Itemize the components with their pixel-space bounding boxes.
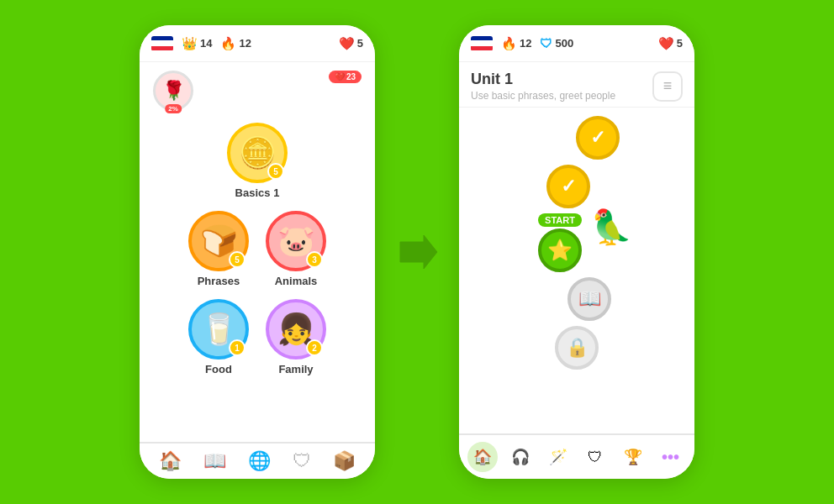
- right-more-icon: •••: [662, 448, 679, 467]
- avatar[interactable]: 🌹 2%: [153, 71, 193, 111]
- arrow-icon: [395, 230, 439, 274]
- family-circle[interactable]: 👧 2: [266, 299, 326, 360]
- heart-stat: ❤️ 5: [339, 36, 363, 51]
- right-nav-listen[interactable]: 🎧: [505, 442, 536, 472]
- notes-button[interactable]: ≡: [652, 71, 683, 102]
- left-top-bar: 👑 14 🔥 12 ❤️ 5: [140, 25, 375, 62]
- svg-marker-0: [400, 235, 437, 269]
- right-home-icon: 🏠: [473, 448, 492, 466]
- phrases-badge: 5: [229, 251, 245, 268]
- fire-stat: 🔥 12: [220, 36, 251, 51]
- nav-league[interactable]: 🛡: [293, 450, 311, 472]
- right-shield-value: 500: [555, 37, 573, 50]
- nav-explore[interactable]: 🌐: [248, 450, 271, 472]
- nav-shop[interactable]: 📦: [333, 450, 356, 472]
- nav-learn[interactable]: 📖: [203, 450, 226, 472]
- notes-icon: ≡: [663, 77, 673, 95]
- right-shield-stat: 🛡 500: [540, 36, 573, 50]
- left-content: 🌹 2% 💔 23 🪙 5 Basics 1: [140, 62, 375, 442]
- left-bottom-nav: 🏠 📖 🌐 🛡 📦: [140, 442, 375, 479]
- animals-badge: 3: [306, 251, 323, 268]
- path-nodes: ✓ ✓ START ⭐ 🦜: [459, 116, 694, 375]
- right-fire-icon: 🔥: [501, 36, 517, 51]
- right-nav-league[interactable]: 🛡: [580, 442, 610, 472]
- start-label: START: [538, 213, 582, 227]
- lesson-row-1: 🍞 5 Phrases 🐷 3 Animals: [188, 211, 326, 287]
- node-4-circle[interactable]: 📖: [567, 277, 611, 321]
- phrases-label: Phrases: [198, 275, 240, 287]
- lesson-row-2: 🥛 1 Food 👧 2 Family: [188, 299, 326, 375]
- node-3-icon: ⭐: [547, 239, 573, 262]
- right-top-bar: 🔥 12 🛡 500 ❤️ 5: [459, 25, 694, 62]
- right-nav-leaderboard[interactable]: 🏆: [618, 442, 648, 472]
- food-circle[interactable]: 🥛 1: [188, 299, 249, 360]
- right-bottom-nav: 🏠 🎧 🪄 🛡 🏆 •••: [459, 433, 694, 479]
- right-heart-value: 5: [677, 37, 683, 50]
- right-heart-icon: ❤️: [658, 36, 674, 51]
- lesson-food: 🥛 1 Food: [188, 299, 249, 375]
- node-2-circle[interactable]: ✓: [546, 165, 590, 208]
- right-nav-home[interactable]: 🏠: [467, 442, 498, 472]
- xp-percent: 2%: [165, 104, 182, 113]
- node-1: ✓: [576, 116, 620, 160]
- node-5-icon: 🔒: [566, 337, 589, 359]
- fire-icon: 🔥: [220, 36, 236, 51]
- crown-icon: 👑: [182, 36, 198, 51]
- crown-stat: 👑 14: [182, 36, 212, 51]
- broken-heart-badge: 💔 23: [329, 71, 362, 83]
- crown-value: 14: [200, 37, 212, 50]
- left-phone: 👑 14 🔥 12 ❤️ 5 🌹 2% 💔: [140, 25, 375, 479]
- arrow-container: [395, 230, 439, 274]
- heart-icon: ❤️: [339, 36, 355, 51]
- right-listen-icon: 🎧: [511, 448, 530, 466]
- right-heart-stat: ❤️ 5: [658, 36, 683, 51]
- right-fire-stat: 🔥 12: [501, 36, 531, 51]
- node-4-icon: 📖: [578, 288, 601, 310]
- animals-circle[interactable]: 🐷 3: [266, 211, 326, 271]
- food-badge: 1: [229, 339, 245, 356]
- animals-label: Animals: [275, 275, 318, 287]
- avatar-emoji: 🌹: [162, 80, 185, 102]
- family-badge: 2: [306, 339, 323, 356]
- right-phone: 🔥 12 🛡 500 ❤️ 5 Unit 1 Use basic phrases…: [459, 25, 694, 479]
- node-3-circle[interactable]: ⭐: [538, 228, 582, 272]
- path-area: ✓ ✓ START ⭐ 🦜: [459, 108, 694, 433]
- node-1-icon: ✓: [590, 127, 605, 149]
- right-nav-more[interactable]: •••: [656, 442, 686, 472]
- lesson-basics1: 🪙 5 Basics 1: [153, 123, 362, 199]
- profile-row: 🌹 2% 💔 23: [153, 71, 362, 111]
- fire-value: 12: [239, 37, 251, 50]
- flag-icon: [151, 36, 173, 51]
- basics1-badge: 5: [267, 163, 284, 180]
- broken-heart-count: 23: [346, 72, 356, 81]
- phrases-circle[interactable]: 🍞 5: [188, 211, 249, 271]
- basics1-circle[interactable]: 🪙 5: [227, 123, 288, 183]
- right-trophy-icon: 🏆: [624, 448, 642, 466]
- main-wrapper: 👑 14 🔥 12 ❤️ 5 🌹 2% 💔: [0, 0, 834, 504]
- lesson-family: 👧 2 Family: [266, 299, 326, 375]
- right-nav-practice[interactable]: 🪄: [543, 442, 573, 472]
- nav-home[interactable]: 🏠: [159, 450, 182, 472]
- broken-heart-icon: 💔: [335, 72, 345, 81]
- heart-value: 5: [357, 37, 363, 50]
- node-5-circle: 🔒: [555, 326, 599, 370]
- right-shield-icon: 🛡: [540, 36, 552, 50]
- lesson-phrases: 🍞 5 Phrases: [188, 211, 249, 287]
- unit-title: Unit 1: [471, 71, 615, 88]
- node-1-circle[interactable]: ✓: [576, 116, 620, 160]
- node-2-icon: ✓: [561, 176, 576, 197]
- node-5: 🔒: [555, 326, 599, 370]
- food-label: Food: [205, 363, 232, 375]
- node-3-group: START ⭐ 🦜: [538, 213, 582, 272]
- unit-title-row: Unit 1 Use basic phrases, greet people ≡: [471, 71, 683, 102]
- right-practice-icon: 🪄: [549, 448, 567, 466]
- right-flag-icon: [471, 36, 493, 51]
- family-label: Family: [278, 363, 313, 375]
- right-fire-value: 12: [520, 37, 531, 50]
- node-4: 📖: [567, 277, 611, 321]
- unit-subtitle: Use basic phrases, greet people: [471, 90, 615, 102]
- basics1-label: Basics 1: [235, 186, 280, 199]
- right-league-icon: 🛡: [588, 449, 603, 466]
- unit-header: Unit 1 Use basic phrases, greet people ≡: [459, 62, 694, 108]
- lesson-animals: 🐷 3 Animals: [266, 211, 326, 287]
